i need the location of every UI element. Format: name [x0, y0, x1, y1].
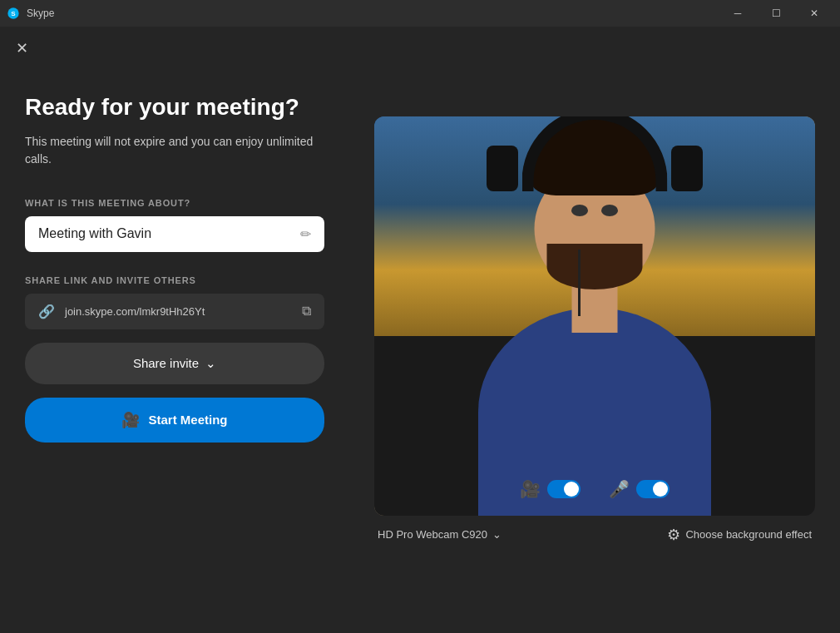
start-meeting-button[interactable]: 🎥 Start Meeting — [25, 398, 324, 443]
edit-icon: ✏ — [300, 226, 311, 242]
maximize-button[interactable]: ☐ — [757, 0, 795, 27]
mic-toggle[interactable] — [636, 480, 670, 498]
start-meeting-label: Start Meeting — [148, 413, 227, 427]
main-content: ✕ Ready for your meeting? This meeting w… — [0, 27, 840, 633]
camera-icon: 🎥 — [520, 479, 541, 499]
share-link-label: SHARE LINK AND INVITE OTHERS — [25, 275, 324, 285]
video-preview: 🎥 🎤 — [374, 116, 815, 516]
bg-effect-icon: ⚙ — [667, 526, 680, 544]
invite-link-box: 🔗 join.skype.com/lmkr9tHh26Yt ⧉ — [25, 294, 324, 329]
video-controls: 🎥 🎤 — [520, 479, 670, 499]
meeting-name-value: Meeting with Gavin — [38, 226, 151, 241]
mic-cable — [578, 250, 581, 316]
panel-close-button[interactable]: ✕ — [8, 35, 35, 62]
bg-effect-label: Choose background effect — [685, 528, 812, 541]
app-title: Skype — [27, 7, 54, 19]
video-background — [374, 116, 815, 516]
eye-left — [571, 205, 588, 216]
headphone-right — [671, 146, 703, 191]
background-effect-button[interactable]: ⚙ Choose background effect — [667, 526, 812, 544]
webcam-name: HD Pro Webcam C920 — [378, 528, 487, 541]
video-toggle-knob — [564, 482, 579, 497]
start-meeting-camera-icon: 🎥 — [121, 411, 140, 429]
left-panel: ✕ Ready for your meeting? This meeting w… — [0, 27, 349, 633]
person-beard — [547, 244, 643, 289]
title-bar: S Skype ─ ☐ ✕ — [0, 0, 840, 27]
share-invite-chevron-icon: ⌄ — [205, 356, 216, 371]
eye-right — [601, 205, 618, 216]
invite-link-text: join.skype.com/lmkr9tHh26Yt — [65, 305, 292, 318]
svg-text:S: S — [11, 10, 16, 17]
window-close-button[interactable]: ✕ — [795, 0, 833, 27]
mic-toggle-knob — [653, 482, 668, 497]
video-toggle[interactable] — [547, 480, 581, 498]
copy-icon[interactable]: ⧉ — [302, 304, 311, 319]
ready-heading: Ready for your meeting? — [25, 93, 324, 121]
title-bar-left: S Skype — [7, 7, 54, 20]
window-controls: ─ ☐ ✕ — [719, 0, 833, 27]
webcam-selector[interactable]: HD Pro Webcam C920 ⌄ — [378, 528, 502, 541]
webcam-chevron-icon: ⌄ — [492, 528, 502, 541]
minimize-button[interactable]: ─ — [719, 0, 757, 27]
skype-logo-icon: S — [7, 7, 20, 20]
video-bottom-bar: HD Pro Webcam C920 ⌄ ⚙ Choose background… — [374, 526, 815, 544]
link-icon: 🔗 — [38, 304, 55, 319]
share-invite-label: Share invite — [133, 356, 199, 370]
meeting-about-label: WHAT IS THIS MEETING ABOUT? — [25, 198, 324, 208]
ready-subtext: This meeting will not expire and you can… — [25, 133, 324, 168]
right-panel: 🎥 🎤 HD Pro Webcam C920 ⌄ — [349, 27, 840, 633]
share-invite-button[interactable]: Share invite ⌄ — [25, 343, 324, 384]
meeting-name-field[interactable]: Meeting with Gavin ✏ — [25, 216, 324, 252]
headphone-left — [487, 146, 518, 191]
mic-icon: 🎤 — [609, 479, 630, 499]
